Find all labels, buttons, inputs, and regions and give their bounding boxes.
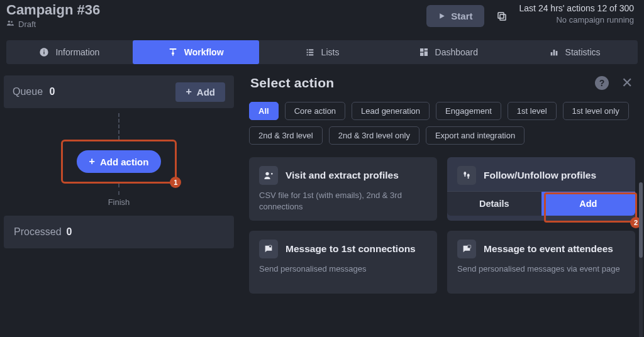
people-icon — [6, 19, 14, 29]
play-icon — [438, 12, 446, 20]
scrollbar-thumb[interactable] — [639, 182, 643, 258]
filter-leadgen[interactable]: Lead generation — [352, 102, 430, 120]
tab-dashboard[interactable]: Dashboard — [385, 40, 511, 64]
svg-point-27 — [467, 174, 470, 177]
panel-header: Select action ? ✕ — [249, 75, 635, 91]
message-icon — [259, 240, 278, 258]
filter-2nd-3rd[interactable]: 2nd & 3rd level — [249, 126, 323, 145]
header-right: Start Last 24 hrs' actions 12 of 300 No … — [426, 3, 634, 27]
svg-point-0 — [8, 21, 10, 23]
workflow-column: Queue 0 + Add + Add action 1 Finish Proc… — [4, 75, 234, 337]
filter-chips: All Core action Lead generation Engageme… — [249, 102, 635, 145]
campaign-status: Draft — [6, 19, 100, 29]
finish-label: Finish — [108, 197, 130, 207]
card-hover-actions: Details Add — [447, 191, 635, 216]
tab-workflow[interactable]: Workflow — [133, 40, 259, 64]
svg-rect-16 — [309, 54, 313, 55]
filter-engagement[interactable]: Engagement — [436, 102, 501, 120]
flow-area: + Add action 1 Finish — [4, 108, 234, 207]
queue-text: Queue 0 — [13, 86, 55, 97]
info-icon — [39, 47, 49, 57]
filter-2nd-3rd-only[interactable]: 2nd & 3rd level only — [329, 126, 419, 145]
close-button[interactable]: ✕ — [620, 76, 634, 90]
queue-label: Queue — [13, 86, 43, 97]
svg-rect-19 — [424, 52, 427, 56]
svg-point-1 — [11, 21, 13, 23]
svg-rect-13 — [306, 52, 308, 53]
tab-statistics[interactable]: Statistics — [511, 40, 638, 64]
svg-rect-12 — [309, 49, 313, 50]
add-button[interactable]: Add — [541, 192, 636, 216]
svg-rect-15 — [306, 54, 308, 55]
add-action-label: Add action — [100, 157, 149, 167]
stats-running: No campaign running — [519, 14, 634, 26]
annotation-badge-1: 1 — [170, 177, 181, 188]
tab-bar: Information Workflow Lists Dashboard Sta… — [6, 40, 638, 64]
svg-rect-5 — [44, 52, 45, 55]
svg-rect-10 — [172, 55, 173, 56]
svg-point-29 — [269, 245, 272, 248]
svg-rect-8 — [172, 50, 173, 52]
processed-label: Processed — [14, 226, 62, 238]
filter-core[interactable]: Core action — [285, 102, 345, 120]
filter-all[interactable]: All — [249, 102, 279, 120]
svg-rect-23 — [555, 51, 557, 55]
card-desc: Send personalised messages via event pag… — [457, 263, 625, 275]
flow-connector — [118, 113, 119, 140]
filter-1st[interactable]: 1st level — [508, 102, 557, 120]
queue-add-button[interactable]: + Add — [175, 82, 225, 102]
scrollbar[interactable] — [639, 182, 643, 337]
help-button[interactable]: ? — [595, 76, 609, 90]
card-title: Message to 1st connections — [286, 243, 416, 255]
svg-rect-21 — [550, 52, 552, 55]
card-follow-unfollow[interactable]: Follow/Unfollow profiles Details Add 2 — [447, 157, 635, 221]
panel-header-actions: ? ✕ — [595, 76, 634, 90]
dashboard-icon — [419, 47, 429, 57]
add-action-button[interactable]: + Add action — [77, 150, 162, 173]
action-cards: Visit and extract profiles CSV file for … — [249, 157, 635, 294]
stats-actions: Last 24 hrs' actions 12 of 300 — [519, 3, 634, 14]
header-stats: Last 24 hrs' actions 12 of 300 No campai… — [519, 3, 634, 25]
card-visit-extract[interactable]: Visit and extract profiles CSV file for … — [249, 157, 437, 221]
user-extract-icon — [259, 166, 278, 185]
start-label: Start — [451, 11, 472, 21]
svg-point-26 — [464, 175, 466, 177]
action-panel: Select action ? ✕ All Core action Lead g… — [249, 75, 640, 337]
card-message-1st[interactable]: Message to 1st connections Send personal… — [249, 231, 437, 294]
svg-point-25 — [464, 172, 466, 175]
tab-label: Workflow — [184, 47, 224, 57]
tab-label: Information — [55, 47, 99, 57]
svg-rect-22 — [553, 50, 555, 55]
queue-count: 0 — [50, 86, 55, 97]
card-title: Visit and extract profiles — [286, 169, 399, 181]
card-desc: Send personalised messages — [259, 263, 427, 275]
card-message-event[interactable]: Message to event attendees Send personal… — [447, 231, 635, 294]
duplicate-button[interactable] — [493, 8, 511, 25]
svg-point-9 — [172, 52, 174, 55]
status-label: Draft — [18, 19, 36, 29]
svg-rect-2 — [500, 14, 506, 20]
svg-rect-20 — [420, 53, 423, 56]
copy-icon — [496, 11, 508, 22]
header: Campaign #36 Draft Start Last 24 hrs' ac… — [0, 0, 644, 36]
lists-icon — [305, 47, 315, 57]
tab-information[interactable]: Information — [6, 40, 133, 64]
svg-rect-11 — [306, 49, 308, 50]
filter-1st-only[interactable]: 1st level only — [563, 102, 629, 120]
svg-point-24 — [265, 172, 269, 175]
svg-rect-14 — [309, 52, 313, 53]
start-button[interactable]: Start — [426, 5, 484, 27]
filter-export[interactable]: Export and integration — [426, 126, 525, 145]
queue-bar: Queue 0 + Add — [4, 75, 234, 108]
svg-rect-18 — [424, 48, 427, 50]
plus-icon: + — [89, 156, 95, 167]
tab-lists[interactable]: Lists — [259, 40, 386, 64]
panel-title: Select action — [250, 75, 334, 91]
card-desc: CSV file for 1st (with emails), 2nd & 3r… — [259, 190, 427, 212]
add-label: Add — [197, 87, 215, 97]
campaign-title: Campaign #36 — [6, 3, 100, 18]
details-button[interactable]: Details — [447, 192, 541, 216]
svg-point-28 — [467, 177, 469, 179]
card-title: Message to event attendees — [484, 243, 613, 255]
svg-rect-30 — [467, 245, 470, 248]
